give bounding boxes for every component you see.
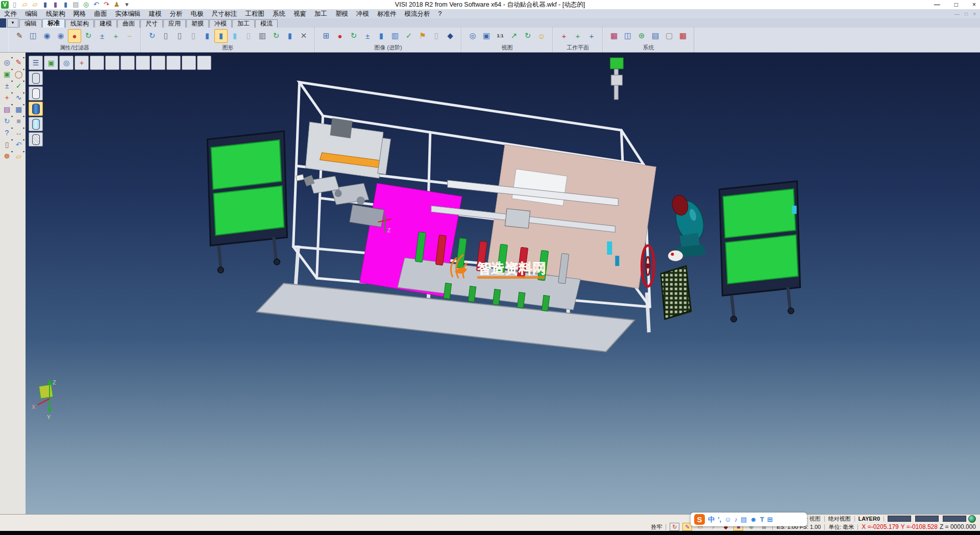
- tab-flow[interactable]: 模流: [255, 19, 278, 28]
- current-layer-label[interactable]: LAYER0: [859, 516, 880, 522]
- menu-surface[interactable]: 曲面: [90, 10, 111, 18]
- layer-color-swatch-1[interactable]: [888, 516, 911, 522]
- solid-cube-icon[interactable]: ■: [13, 115, 24, 127]
- menu-dimension[interactable]: 尺寸标注: [208, 10, 241, 18]
- wireframe-mode-icon[interactable]: [29, 71, 43, 85]
- shaded-edges-cylinder-icon[interactable]: ▮: [214, 29, 228, 43]
- search-icon[interactable]: ◎: [1, 57, 13, 68]
- tab-modeling[interactable]: 建模: [94, 19, 117, 28]
- menu-solid-edit[interactable]: 实体编辑: [111, 10, 145, 18]
- image-toggle-icon[interactable]: ±: [361, 29, 374, 43]
- view-bottom-icon[interactable]: [105, 56, 119, 70]
- tab-application[interactable]: 应用: [163, 19, 186, 28]
- view-right-icon[interactable]: [136, 56, 150, 70]
- visi-logo[interactable]: V: [1, 1, 9, 9]
- layer-table-icon[interactable]: ▤: [649, 29, 662, 43]
- image-filter-icon[interactable]: ●: [333, 29, 347, 43]
- refresh-filter-icon[interactable]: ↻: [82, 29, 95, 43]
- attribute-page-icon[interactable]: ◫: [27, 29, 40, 43]
- tab-dimension[interactable]: 尺寸: [140, 19, 163, 28]
- ime-emoji-icon[interactable]: ☺: [724, 516, 731, 523]
- display-panel-icon[interactable]: ◫: [621, 29, 634, 43]
- view-iso-icon[interactable]: [182, 56, 196, 70]
- red-grid-icon[interactable]: ▦: [676, 29, 690, 43]
- solid-view-icon[interactable]: ▮: [375, 29, 388, 43]
- workplane-align-icon[interactable]: +: [585, 29, 598, 43]
- knife-icon[interactable]: ✎: [13, 57, 24, 68]
- transparent-cylinder-icon[interactable]: ▮: [228, 29, 241, 43]
- selection-box-icon[interactable]: ▢: [663, 29, 676, 43]
- minimize-icon[interactable]: —: [934, 0, 940, 9]
- ime-mic-icon[interactable]: ♪: [734, 516, 738, 523]
- filter-traffic-light-icon[interactable]: ●: [68, 29, 81, 43]
- layer-color-swatch-2[interactable]: [915, 516, 939, 522]
- ime-keyboard-icon[interactable]: ▤: [741, 516, 747, 523]
- zoom-actual-icon[interactable]: 1:1: [494, 29, 507, 43]
- regen-icon[interactable]: ↻: [1, 115, 13, 127]
- ime-mode-icon[interactable]: 中: [708, 515, 715, 524]
- toolbar-options-icon[interactable]: ▾: [122, 1, 131, 9]
- menu-edit[interactable]: 编辑: [21, 10, 42, 18]
- rotate-view-icon[interactable]: ↻: [521, 29, 534, 43]
- tab-molding[interactable]: 塑膜: [186, 19, 209, 28]
- confirm-icon[interactable]: ✓: [13, 80, 24, 91]
- tab-cam[interactable]: 加工: [232, 19, 255, 28]
- menu-analysis[interactable]: 分析: [166, 10, 187, 18]
- zoom-window-icon[interactable]: ▣: [480, 29, 493, 43]
- add-image-icon[interactable]: ⊞: [320, 29, 333, 43]
- view-top-icon[interactable]: [90, 56, 104, 70]
- 3d-viewport[interactable]: Z 智造资料网 Z Y: [26, 53, 980, 515]
- wireframe-cylinder-icon[interactable]: ▯: [159, 29, 173, 43]
- system-settings-icon[interactable]: ⊛: [635, 29, 648, 43]
- zoom-toggle-icon[interactable]: ±: [1, 80, 13, 91]
- flag-view-icon[interactable]: ⚑: [416, 29, 429, 43]
- flat-cylinder-icon[interactable]: ▯: [242, 29, 255, 43]
- ucs-icon[interactable]: +: [1, 92, 13, 103]
- restore-icon[interactable]: □: [954, 0, 958, 9]
- menu-help[interactable]: ?: [434, 10, 446, 18]
- toggle-entities-icon[interactable]: ±: [95, 29, 109, 43]
- view-back-icon[interactable]: [166, 56, 181, 70]
- view-face-icon[interactable]: ☺: [535, 29, 548, 43]
- color-table-icon[interactable]: ▦: [607, 29, 621, 43]
- measure-icon[interactable]: ↔: [13, 127, 24, 138]
- menu-cam[interactable]: 加工: [310, 10, 331, 18]
- stamp-icon[interactable]: ♟: [112, 1, 121, 9]
- dashed-cylinder-icon[interactable]: ▯: [187, 29, 200, 43]
- tab-wireframe[interactable]: 线架构: [65, 19, 94, 28]
- recycle-graphics-icon[interactable]: ↻: [270, 29, 283, 43]
- redo-icon[interactable]: ↷: [102, 1, 111, 9]
- tab-dropdown-icon[interactable]: ▼: [7, 18, 18, 28]
- import-icon[interactable]: ▱: [31, 1, 39, 9]
- hide-entity-icon[interactable]: ◉: [54, 29, 67, 43]
- graphics-settings-icon[interactable]: ✕: [297, 29, 310, 43]
- ime-toolbox-icon[interactable]: ⊞: [767, 516, 773, 523]
- sogou-logo-icon[interactable]: S: [694, 514, 705, 525]
- show-entity-icon[interactable]: ◉: [40, 29, 54, 43]
- help-icon[interactable]: ?: [1, 127, 13, 138]
- workplane-entity-icon[interactable]: +: [571, 29, 584, 43]
- menu-electrode[interactable]: 电极: [187, 10, 208, 18]
- viewport-menu-icon[interactable]: ☰: [29, 56, 43, 70]
- layer-color-swatch-3[interactable]: [943, 516, 966, 522]
- mdi-minimize-icon[interactable]: —: [954, 11, 960, 17]
- menu-mold[interactable]: 塑模: [331, 10, 352, 18]
- fit-view-icon[interactable]: ▣: [44, 56, 58, 70]
- tab-die[interactable]: 冲模: [209, 19, 232, 28]
- export-icon[interactable]: ▮: [61, 1, 70, 9]
- edit-attributes-icon[interactable]: ✎: [13, 29, 26, 43]
- ime-skin-icon[interactable]: T: [760, 516, 764, 523]
- preview-icon[interactable]: ◎: [82, 1, 90, 9]
- menu-window[interactable]: 视窗: [289, 10, 310, 18]
- menu-mesh[interactable]: 网格: [69, 10, 90, 18]
- zoom-all-icon[interactable]: ◎: [466, 29, 479, 43]
- shaded-cylinder-icon[interactable]: ▮: [201, 29, 214, 43]
- mdi-restore-icon[interactable]: □: [965, 11, 968, 17]
- view-left-icon[interactable]: [120, 56, 135, 70]
- new-file-icon[interactable]: ▯: [10, 1, 19, 9]
- fit-view-icon[interactable]: ▣: [1, 68, 13, 80]
- delete-icon[interactable]: ▯: [1, 139, 13, 150]
- save-as-icon[interactable]: ▮: [51, 1, 60, 9]
- validate-view-icon[interactable]: ✓: [402, 29, 415, 43]
- ucs-view-icon[interactable]: +: [75, 56, 89, 70]
